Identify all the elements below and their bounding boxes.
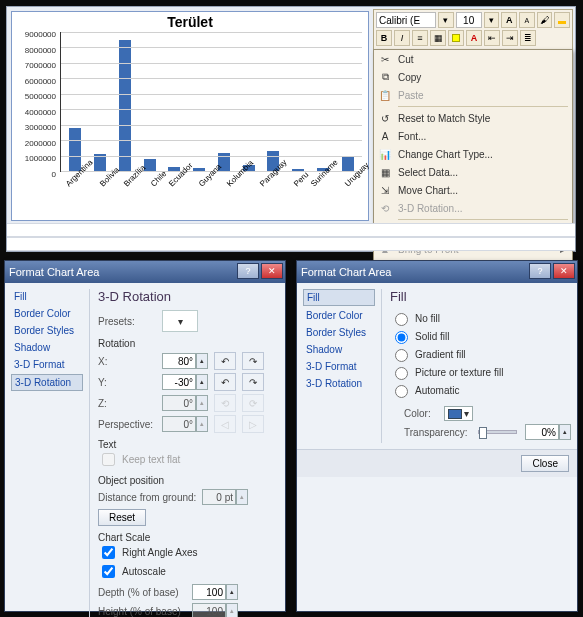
menu-item-label: Font... bbox=[398, 131, 426, 142]
menu-item-label: 3-D Rotation... bbox=[398, 203, 462, 214]
presets-label: Presets: bbox=[98, 316, 158, 327]
spreadsheet-rows bbox=[7, 223, 575, 251]
nav-item[interactable]: Shadow bbox=[303, 342, 375, 357]
close-button[interactable]: Close bbox=[521, 455, 569, 472]
menu-item[interactable]: 📊Change Chart Type... bbox=[374, 145, 572, 163]
x-spin-up[interactable]: ▴ bbox=[196, 353, 208, 369]
dialog-nav: FillBorder ColorBorder StylesShadow3-D F… bbox=[11, 289, 83, 617]
reset-button[interactable]: Reset bbox=[98, 509, 146, 526]
italic-button[interactable]: I bbox=[394, 30, 410, 46]
trans-spin-up[interactable]: ▴ bbox=[559, 424, 571, 440]
chart-scale-label: Chart Scale bbox=[98, 532, 279, 543]
menu-item[interactable]: ▦Select Data... bbox=[374, 163, 572, 181]
font-size-dropdown[interactable]: ▾ bbox=[484, 12, 500, 28]
borders-icon[interactable]: ▦ bbox=[430, 30, 446, 46]
nav-item[interactable]: Border Styles bbox=[303, 325, 375, 340]
right-angle-axes-checkbox[interactable] bbox=[102, 546, 115, 559]
fill-option-radio[interactable] bbox=[395, 385, 408, 398]
font-color-icon[interactable]: A bbox=[466, 30, 482, 46]
fill-option-radio[interactable] bbox=[395, 331, 408, 344]
keep-text-flat-label: Keep text flat bbox=[122, 454, 180, 465]
y-rotate-right-icon[interactable]: ↷ bbox=[242, 373, 264, 391]
format-painter-icon[interactable]: 🖌 bbox=[537, 12, 553, 28]
fill-option-label: Picture or texture fill bbox=[415, 367, 503, 378]
help-button[interactable]: ? bbox=[529, 263, 551, 279]
decrease-indent-icon[interactable]: ⇤ bbox=[484, 30, 500, 46]
close-x-button[interactable]: ✕ bbox=[261, 263, 283, 279]
menu-item[interactable]: ⧉Copy bbox=[374, 68, 572, 86]
bullets-icon[interactable]: ≣ bbox=[520, 30, 536, 46]
color-picker-button[interactable]: ▾ bbox=[444, 406, 473, 421]
z-label: Z: bbox=[98, 398, 158, 409]
move-chart-icon: ⇲ bbox=[377, 182, 393, 198]
menu-item-label: Change Chart Type... bbox=[398, 149, 493, 160]
nav-item[interactable]: 3-D Format bbox=[11, 357, 83, 372]
nav-item[interactable]: Shadow bbox=[11, 340, 83, 355]
height-label: Height (% of base) bbox=[98, 606, 188, 617]
fill-option-radio[interactable] bbox=[395, 313, 408, 326]
nav-item[interactable]: Fill bbox=[303, 289, 375, 306]
increase-indent-icon[interactable]: ⇥ bbox=[502, 30, 518, 46]
nav-item[interactable]: Border Color bbox=[11, 306, 83, 321]
highlight-icon[interactable] bbox=[448, 30, 464, 46]
bar[interactable] bbox=[119, 40, 131, 171]
fill-option-radio[interactable] bbox=[395, 349, 408, 362]
height-spin-up: ▴ bbox=[226, 603, 238, 617]
nav-item[interactable]: Border Color bbox=[303, 308, 375, 323]
font-name-dropdown[interactable]: ▾ bbox=[438, 12, 454, 28]
nav-item[interactable]: 3-D Rotation bbox=[11, 374, 83, 391]
nav-item[interactable]: Border Styles bbox=[11, 323, 83, 338]
help-button[interactable]: ? bbox=[237, 263, 259, 279]
x-input[interactable] bbox=[162, 353, 196, 369]
persp-wide-icon: ▷ bbox=[242, 415, 264, 433]
font-name-combo[interactable] bbox=[376, 12, 436, 28]
font-size-combo[interactable] bbox=[456, 12, 482, 28]
z-input bbox=[162, 395, 196, 411]
dialog-title: Format Chart Area bbox=[301, 266, 391, 278]
presets-dropdown[interactable]: ▾ bbox=[162, 310, 198, 332]
y-rotate-left-icon[interactable]: ↶ bbox=[214, 373, 236, 391]
autoscale-label: Autoscale bbox=[122, 566, 166, 577]
perspective-label: Perspective: bbox=[98, 419, 158, 430]
paste-icon: 📋 bbox=[377, 87, 393, 103]
z-rotate-right-icon: ⟳ bbox=[242, 394, 264, 412]
excel-window: Terület 01000000200000030000004000000500… bbox=[6, 6, 576, 252]
depth-input[interactable] bbox=[192, 584, 226, 600]
grow-font-icon[interactable]: A bbox=[501, 12, 517, 28]
fill-color-icon[interactable] bbox=[554, 12, 570, 28]
dialog-title-bar: Format Chart Area ? ✕ bbox=[297, 261, 577, 283]
nav-item[interactable]: 3-D Format bbox=[303, 359, 375, 374]
align-center-icon[interactable]: ≡ bbox=[412, 30, 428, 46]
dist-spin-up: ▴ bbox=[236, 489, 248, 505]
menu-item[interactable]: ↺Reset to Match Style bbox=[374, 109, 572, 127]
autoscale-checkbox[interactable] bbox=[102, 565, 115, 578]
menu-item: ⟲3-D Rotation... bbox=[374, 199, 572, 217]
copy-icon: ⧉ bbox=[377, 69, 393, 85]
transparency-slider[interactable] bbox=[478, 430, 517, 434]
fill-option-label: No fill bbox=[415, 313, 440, 324]
chart-area[interactable]: Terület 01000000200000030000004000000500… bbox=[11, 11, 369, 221]
keep-text-flat-checkbox bbox=[102, 453, 115, 466]
transparency-input[interactable] bbox=[525, 424, 559, 440]
x-rotate-left-icon[interactable]: ↶ bbox=[214, 352, 236, 370]
transparency-label: Transparency: bbox=[404, 427, 474, 438]
menu-item[interactable]: ✂Cut bbox=[374, 50, 572, 68]
shrink-font-icon[interactable]: A bbox=[519, 12, 535, 28]
nav-item[interactable]: 3-D Rotation bbox=[303, 376, 375, 391]
close-x-button[interactable]: ✕ bbox=[553, 263, 575, 279]
text-group-label: Text bbox=[98, 439, 279, 450]
fill-option-radio[interactable] bbox=[395, 367, 408, 380]
bold-button[interactable]: B bbox=[376, 30, 392, 46]
nav-item[interactable]: Fill bbox=[11, 289, 83, 304]
format-chart-area-dialog-rotation: Format Chart Area ? ✕ FillBorder ColorBo… bbox=[4, 260, 286, 612]
y-input[interactable] bbox=[162, 374, 196, 390]
distance-label: Distance from ground: bbox=[98, 492, 198, 503]
y-spin-up[interactable]: ▴ bbox=[196, 374, 208, 390]
rotation-group-label: Rotation bbox=[98, 338, 279, 349]
x-rotate-right-icon[interactable]: ↷ bbox=[242, 352, 264, 370]
dialog-title: Format Chart Area bbox=[9, 266, 99, 278]
depth-spin-up[interactable]: ▴ bbox=[226, 584, 238, 600]
fill-panel: Fill No fillSolid fillGradient fillPictu… bbox=[381, 289, 571, 443]
menu-item[interactable]: AFont... bbox=[374, 127, 572, 145]
menu-item[interactable]: ⇲Move Chart... bbox=[374, 181, 572, 199]
